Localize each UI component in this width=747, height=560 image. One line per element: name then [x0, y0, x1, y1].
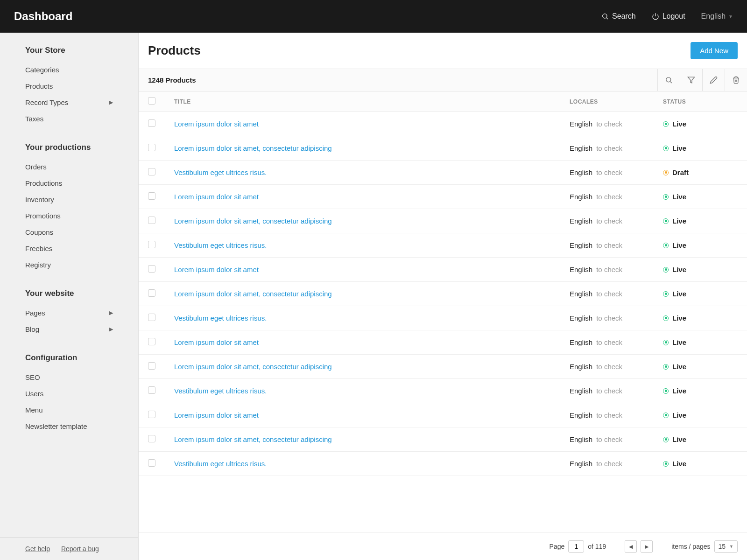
row-title-link[interactable]: Lorem ipsum dolor sit amet [174, 266, 259, 273]
sidebar-item-label: Registry [25, 261, 51, 269]
filter-icon [687, 76, 695, 84]
row-checkbox[interactable] [148, 362, 155, 370]
get-help-link[interactable]: Get help [25, 545, 50, 553]
add-new-button[interactable]: Add New [691, 42, 738, 59]
row-checkbox[interactable] [148, 144, 155, 151]
sidebar-item-users[interactable]: Users [0, 385, 138, 402]
sidebar-item-categories[interactable]: Categories [0, 62, 138, 78]
row-title-link[interactable]: Vestibulum eget ultrices risus. [174, 387, 267, 395]
row-checkbox[interactable] [148, 217, 155, 224]
app-title: Dashboard [14, 10, 72, 23]
row-title-link[interactable]: Lorem ipsum dolor sit amet, consectetur … [174, 217, 332, 225]
sidebar-item-label: Newsletter template [25, 422, 87, 430]
sidebar-item-inventory[interactable]: Inventory [0, 191, 138, 208]
sidebar-item-label: Blog [25, 325, 39, 333]
row-checkbox[interactable] [148, 386, 155, 394]
row-locale-secondary: to check [596, 460, 622, 468]
row-locale-primary: English [570, 120, 592, 128]
row-title-link[interactable]: Lorem ipsum dolor sit amet [174, 120, 259, 128]
row-title-link[interactable]: Vestibulum eget ultrices risus. [174, 460, 267, 468]
row-title-link[interactable]: Lorem ipsum dolor sit amet [174, 411, 259, 419]
row-checkbox[interactable] [148, 241, 155, 248]
logout-button[interactable]: Logout [652, 12, 685, 21]
row-locale-primary: English [570, 144, 592, 152]
sidebar-item-menu[interactable]: Menu [0, 402, 138, 418]
row-status: Live [672, 217, 686, 225]
row-title-link[interactable]: Lorem ipsum dolor sit amet [174, 338, 259, 346]
page-input[interactable] [568, 540, 584, 553]
table-row: Vestibulum eget ultrices risus.Englishto… [139, 306, 747, 330]
row-checkbox[interactable] [148, 289, 155, 297]
main-content: Products Add New 1248 Products [139, 33, 747, 560]
sidebar-item-products[interactable]: Products [0, 78, 138, 94]
row-locale-primary: English [570, 168, 592, 176]
chevron-right-icon: ▶ [109, 99, 113, 105]
row-checkbox[interactable] [148, 411, 155, 418]
row-checkbox[interactable] [148, 435, 155, 442]
row-checkbox[interactable] [148, 459, 155, 467]
report-bug-link[interactable]: Report a bug [61, 545, 99, 553]
sidebar-item-orders[interactable]: Orders [0, 159, 138, 175]
row-title-link[interactable]: Lorem ipsum dolor sit amet, consectetur … [174, 435, 332, 443]
items-per-page-select[interactable]: 15 ▼ [714, 540, 738, 553]
row-title-link[interactable]: Lorem ipsum dolor sit amet, consectetur … [174, 144, 332, 152]
sidebar-item-coupons[interactable]: Coupons [0, 224, 138, 240]
toolbar-search-button[interactable] [657, 69, 680, 91]
language-label: English [701, 12, 726, 21]
language-selector[interactable]: English ▼ [701, 12, 733, 21]
page-prev-button[interactable]: ◀ [625, 540, 637, 553]
row-title-link[interactable]: Vestibulum eget ultrices risus. [174, 314, 267, 322]
status-dot-icon [663, 146, 669, 151]
row-checkbox[interactable] [148, 338, 155, 345]
topbar: Dashboard Search Logout English ▼ [0, 0, 747, 33]
sidebar-item-label: Coupons [25, 228, 53, 236]
row-locale-secondary: to check [596, 120, 622, 128]
sidebar-item-promotions[interactable]: Promotions [0, 208, 138, 224]
page-next-button[interactable]: ▶ [641, 540, 653, 553]
row-locale-primary: English [570, 314, 592, 322]
svg-point-3 [666, 77, 671, 82]
sidebar-item-freebies[interactable]: Freebies [0, 240, 138, 257]
sidebar-item-pages[interactable]: Pages▶ [0, 305, 138, 321]
row-checkbox[interactable] [148, 265, 155, 273]
row-title-link[interactable]: Lorem ipsum dolor sit amet, consectetur … [174, 290, 332, 298]
sidebar-item-label: Orders [25, 163, 47, 171]
row-locale-secondary: to check [596, 168, 622, 176]
row-checkbox[interactable] [148, 119, 155, 127]
row-checkbox[interactable] [148, 314, 155, 321]
page-of-label: of 119 [588, 543, 606, 550]
row-checkbox[interactable] [148, 192, 155, 200]
sidebar-item-taxes[interactable]: Taxes [0, 111, 138, 127]
status-dot-icon [663, 461, 669, 467]
row-title-link[interactable]: Vestibulum eget ultrices risus. [174, 168, 267, 176]
row-status: Live [672, 387, 686, 395]
row-status: Live [672, 363, 686, 371]
toolbar-edit-button[interactable] [702, 69, 725, 91]
sidebar-heading: Your Store [0, 46, 138, 62]
svg-line-1 [606, 18, 608, 19]
row-title-link[interactable]: Vestibulum eget ultrices risus. [174, 241, 267, 249]
sidebar-item-productions[interactable]: Productions [0, 175, 138, 191]
sidebar-item-blog[interactable]: Blog▶ [0, 321, 138, 337]
sidebar-item-label: Menu [25, 406, 43, 414]
row-title-link[interactable]: Lorem ipsum dolor sit amet [174, 193, 259, 201]
status-dot-icon [663, 218, 669, 224]
sidebar-item-registry[interactable]: Registry [0, 257, 138, 273]
select-all-checkbox[interactable] [148, 97, 155, 105]
sidebar-item-seo[interactable]: SEO [0, 369, 138, 385]
sidebar-item-record-types[interactable]: Record Types▶ [0, 94, 138, 111]
table-row: Lorem ipsum dolor sit ametEnglishto chec… [139, 185, 747, 209]
col-title: TITLE [165, 91, 560, 112]
toolbar-filter-button[interactable] [680, 69, 702, 91]
row-checkbox[interactable] [148, 168, 155, 175]
sidebar-item-label: SEO [25, 373, 40, 381]
chevron-down-icon: ▼ [729, 544, 733, 549]
status-dot-icon [663, 291, 669, 297]
search-button[interactable]: Search [601, 12, 636, 21]
table-row: Lorem ipsum dolor sit amet, consectetur … [139, 209, 747, 233]
row-locale-primary: English [570, 435, 592, 443]
toolbar-delete-button[interactable] [725, 69, 747, 91]
row-title-link[interactable]: Lorem ipsum dolor sit amet, consectetur … [174, 363, 332, 371]
row-locale-secondary: to check [596, 266, 622, 273]
sidebar-item-newsletter-template[interactable]: Newsletter template [0, 418, 138, 434]
